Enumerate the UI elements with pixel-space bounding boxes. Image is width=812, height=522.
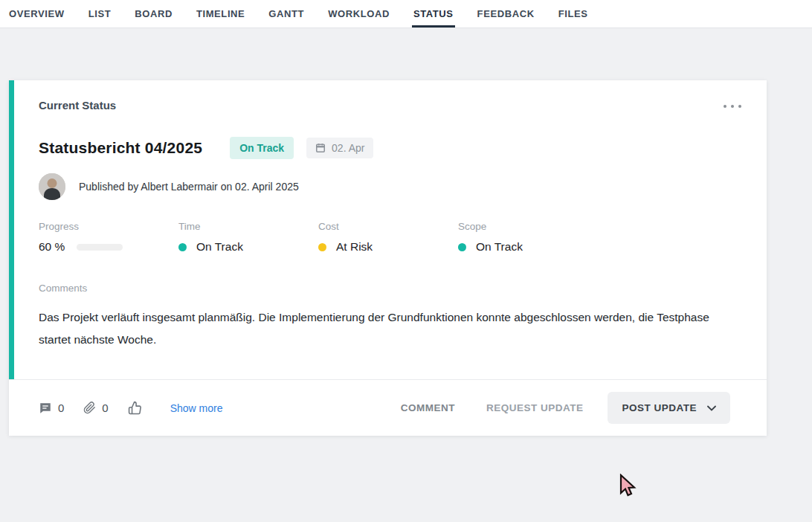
tab-overview[interactable]: OVERVIEW (7, 0, 66, 28)
cost-status-value: At Risk (336, 240, 373, 254)
report-date-chip: 02. Apr (306, 138, 373, 158)
post-update-button[interactable]: POST UPDATE (608, 392, 730, 424)
comments-label: Comments (39, 283, 744, 294)
progress-bar (77, 244, 123, 251)
comment-count: 0 (58, 402, 64, 414)
status-card-footer: 0 0 Show more COMMENT REQUEST UPDATE (9, 379, 767, 436)
status-metrics: Progress 60 % Time On Track Cost (39, 221, 744, 254)
more-options-icon[interactable] (721, 99, 744, 114)
tab-workload[interactable]: WORKLOAD (326, 0, 391, 28)
status-card-body: Current Status Statusbericht 04/2025 On … (9, 80, 767, 379)
tab-gantt[interactable]: GANTT (267, 0, 306, 28)
status-report-title: Statusbericht 04/2025 (39, 139, 202, 157)
calendar-icon (315, 143, 326, 153)
project-tab-bar: OVERVIEW LIST BOARD TIMELINE GANTT WORKL… (0, 0, 812, 28)
tab-timeline[interactable]: TIMELINE (195, 0, 246, 28)
comments-counter[interactable]: 0 (39, 402, 64, 415)
attachment-icon (83, 402, 96, 414)
attachment-count: 0 (102, 402, 108, 414)
progress-value: 60 % (39, 240, 65, 254)
metric-time: Time On Track (178, 221, 318, 254)
current-status-card: Current Status Statusbericht 04/2025 On … (9, 80, 767, 436)
show-more-link[interactable]: Show more (170, 402, 223, 414)
tab-feedback[interactable]: FEEDBACK (476, 0, 536, 28)
comment-bubble-icon (39, 402, 52, 415)
published-by-line: Published by Albert Labermair on 02. Apr… (79, 181, 299, 193)
avatar[interactable] (39, 173, 65, 200)
time-status-value: On Track (196, 240, 243, 254)
request-update-button[interactable]: REQUEST UPDATE (486, 402, 584, 413)
thumbs-up-icon[interactable] (128, 401, 142, 415)
tab-list[interactable]: LIST (87, 0, 113, 28)
status-badge: On Track (230, 137, 294, 159)
metric-progress: Progress 60 % (39, 221, 178, 254)
cost-status-dot (318, 243, 326, 251)
tab-board[interactable]: BOARD (133, 0, 174, 28)
metric-scope: Scope On Track (458, 221, 598, 254)
scope-status-dot (458, 243, 466, 251)
comments-text: Das Projekt verläuft insgesamt planmäßig… (39, 306, 723, 351)
attachments-counter[interactable]: 0 (83, 402, 108, 414)
tab-files[interactable]: FILES (557, 0, 590, 28)
time-status-dot (178, 243, 187, 251)
card-title: Current Status (39, 99, 116, 112)
comment-button[interactable]: COMMENT (401, 402, 455, 413)
scope-status-value: On Track (476, 240, 523, 254)
tab-status[interactable]: STATUS (412, 0, 455, 28)
chevron-down-icon (707, 405, 716, 411)
metric-cost: Cost At Risk (318, 221, 458, 254)
report-date: 02. Apr (332, 142, 364, 154)
mouse-cursor (618, 474, 637, 499)
